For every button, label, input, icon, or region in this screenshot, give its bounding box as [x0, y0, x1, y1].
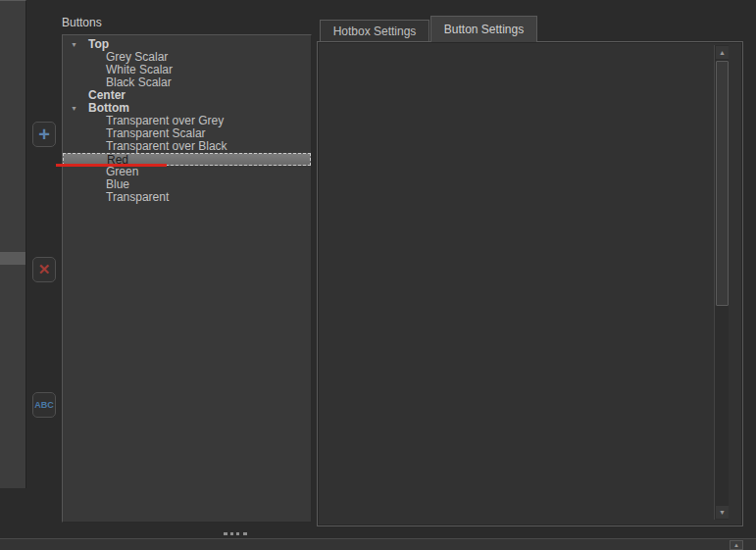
scroll-down-icon: ▼ [719, 509, 726, 516]
bottom-scroll-up-button[interactable]: ▲ [730, 540, 743, 550]
tab-hotbox-settings[interactable]: Hotbox Settings [320, 20, 429, 42]
tab-button-settings[interactable]: Button Settings [430, 16, 537, 42]
chevron-down-icon[interactable]: ▼ [71, 102, 77, 115]
button-settings-panel [317, 41, 743, 526]
tree-title: Buttons [62, 16, 102, 29]
scrollbar-thumb[interactable] [716, 61, 729, 306]
red-underline-annotation [56, 164, 167, 167]
tree-item-transparent-over-black[interactable]: Transparent over Black [63, 140, 311, 153]
tree-item-white-scalar[interactable]: White Scalar [63, 64, 311, 76]
tree-item-transparent[interactable]: Transparent [63, 191, 311, 204]
tree-item-green[interactable]: Green [63, 166, 311, 178]
bottom-panel [0, 538, 756, 550]
add-button[interactable]: + [32, 122, 56, 147]
tree-item-top[interactable]: ▼ Top [63, 38, 311, 51]
x-icon: ✕ [38, 261, 51, 278]
settings-scrollbar[interactable]: ▲ ▼ [714, 45, 729, 520]
left-side-panel [0, 0, 26, 488]
tree-item-blue[interactable]: Blue [63, 178, 311, 191]
buttons-tree: ▼ Top Grey Scalar White Scalar Black Sca… [62, 34, 312, 523]
plus-icon: + [38, 125, 50, 144]
left-panel-handle[interactable] [0, 252, 25, 265]
chevron-down-icon[interactable]: ▼ [71, 38, 77, 51]
scroll-up-button[interactable]: ▲ [716, 46, 729, 59]
scroll-up-icon: ▲ [719, 49, 726, 56]
tree-item-grey-scalar[interactable]: Grey Scalar [63, 51, 311, 64]
abc-icon: ABC [34, 400, 54, 410]
scroll-up-icon: ▲ [733, 542, 739, 548]
delete-button[interactable]: ✕ [32, 257, 56, 282]
scroll-down-button[interactable]: ▼ [716, 506, 729, 519]
horizontal-splitter-handle[interactable] [224, 532, 247, 536]
rename-button[interactable]: ABC [32, 392, 56, 418]
